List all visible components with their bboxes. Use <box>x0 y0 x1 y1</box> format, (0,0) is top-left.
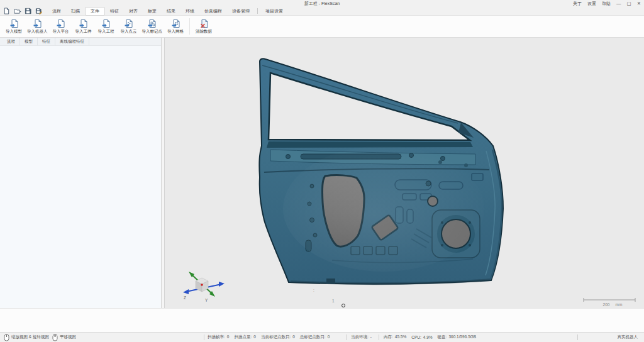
ribbon-button-label: 导入工程 <box>98 29 114 35</box>
scan-fps-value: 0 <box>227 334 230 340</box>
status-separator <box>204 334 204 340</box>
current-markers-value: 0 <box>292 334 295 340</box>
disk-label: 硬盘: <box>438 334 447 340</box>
window-title: 新工程 - FlexScan <box>0 0 644 7</box>
mouse-zoom-rotate-icon <box>4 334 9 341</box>
panel-tab-strip: 流程 模型 特征 离线编程特征 <box>0 38 161 46</box>
import-workpiece-icon <box>79 19 88 28</box>
minimize-button[interactable]: — <box>616 0 621 7</box>
project-tree-panel: 流程 模型 特征 离线编程特征 <box>0 38 162 308</box>
y-axis-label: Y <box>205 298 208 302</box>
hint-zoom-rotate: 缩放视图 & 旋转视图 <box>11 334 49 340</box>
import-project-button[interactable]: 导入工程 <box>95 18 118 35</box>
import-workpiece-button[interactable]: 导入工件 <box>72 18 95 35</box>
scan-points-value: 0 <box>253 334 256 340</box>
about-button[interactable]: 关于 <box>573 1 582 7</box>
status-separator <box>346 334 347 340</box>
ribbon-separator <box>189 18 190 35</box>
cpu-value: 4.9% <box>423 335 433 339</box>
status-separator <box>577 334 578 340</box>
viewport-3d[interactable]: Z Y : 1 200 mm <box>164 38 644 308</box>
menu-simulation-programming[interactable]: 仿真编程 <box>199 8 227 15</box>
scale-bar: 200 mm <box>582 298 636 308</box>
import-model-button[interactable]: 导入模型 <box>3 18 25 35</box>
menu-project-settings[interactable]: 项目设置 <box>260 8 288 15</box>
current-env-label: 当前环境: <box>351 334 369 340</box>
x-axis-dot <box>201 284 203 286</box>
import-project-icon <box>101 19 111 28</box>
import-model-icon <box>9 19 19 28</box>
import-robot-icon <box>33 19 42 28</box>
menu-result[interactable]: 结果 <box>162 8 180 15</box>
title-bar: 新工程 - FlexScan 关于 设置 帮助 — ▢ ✕ <box>0 0 644 7</box>
menu-separator <box>257 8 258 14</box>
status-bar: 缩放视图 & 旋转视图 平移视图 扫描帧率:0 扫描点量:0 当前标记点数目:0… <box>0 332 644 342</box>
menu-device-management[interactable]: 设备管理 <box>227 8 255 15</box>
close-button[interactable]: ✕ <box>637 0 641 7</box>
tab-offline-programming-feature[interactable]: 离线编程特征 <box>55 38 89 45</box>
scan-points-label: 扫描点量: <box>234 334 252 340</box>
save-as-icon[interactable] <box>35 8 43 15</box>
cpu-label: CPU: <box>411 335 421 339</box>
total-markers-value: 0 <box>328 334 330 340</box>
viewport-mark-one: 1 <box>332 299 335 303</box>
menu-align[interactable]: 对齐 <box>124 8 143 15</box>
ribbon-button-label: 导入点云 <box>121 29 137 35</box>
ribbon-button-label: 导入模型 <box>6 29 22 35</box>
maximize-button[interactable]: ▢ <box>627 0 631 7</box>
tab-process[interactable]: 流程 <box>3 38 20 45</box>
clear-data-button[interactable]: 清除数据 <box>192 18 215 35</box>
memory-label: 内存: <box>384 334 393 340</box>
robot-mode-selector[interactable]: 真实机器人 <box>618 334 638 340</box>
save-icon[interactable] <box>25 8 33 15</box>
quick-access-toolbar <box>0 8 47 15</box>
import-mesh-icon <box>171 19 180 28</box>
import-platform-button[interactable]: 导入平台 <box>50 18 72 35</box>
import-platform-icon <box>56 19 65 28</box>
import-robot-button[interactable]: 导入机器人 <box>25 18 50 35</box>
help-button[interactable]: 帮助 <box>602 1 611 7</box>
import-pointcloud-button[interactable]: 导入点云 <box>118 18 140 35</box>
viewport-mark-colon: : <box>313 288 314 292</box>
import-mesh-button[interactable]: 导入网格 <box>164 18 187 35</box>
status-separator <box>379 334 379 340</box>
axis-triad[interactable]: Z Y <box>182 269 226 304</box>
new-file-icon[interactable] <box>3 8 11 15</box>
open-file-icon[interactable] <box>14 8 22 15</box>
menu-process[interactable]: 流程 <box>47 8 66 15</box>
menu-scan[interactable]: 扫描 <box>66 8 85 15</box>
ribbon-button-label: 导入机器人 <box>27 29 48 35</box>
tab-feature[interactable]: 特征 <box>38 38 55 45</box>
car-door-model <box>252 52 516 297</box>
ribbon-toolbar: 导入模型 导入机器人 导入平台 导入工件 导入工程 导入点云 导入标记点 导入网… <box>0 16 644 38</box>
z-axis-label: Z <box>184 295 186 300</box>
import-markers-icon <box>147 19 157 28</box>
memory-value: 45.5% <box>395 334 406 340</box>
ribbon-button-label: 导入工件 <box>75 29 92 35</box>
menu-environment[interactable]: 环境 <box>180 8 199 15</box>
viewport-mark-circle <box>341 304 345 307</box>
ribbon-button-label: 导入标记点 <box>142 29 163 35</box>
clear-data-icon <box>199 19 209 28</box>
hint-pan: 平移视图 <box>60 334 76 340</box>
current-env-value: - <box>370 334 372 340</box>
current-markers-label: 当前标记点数目: <box>261 334 291 340</box>
ribbon-button-label: 导入平台 <box>53 29 69 35</box>
tab-model[interactable]: 模型 <box>20 38 38 45</box>
total-markers-label: 总标记点数目: <box>300 334 326 340</box>
settings-button[interactable]: 设置 <box>587 1 596 7</box>
menu-bar: 流程 扫描 文件 特征 对齐 标定 结果 环境 仿真编程 设备管理 项目设置 <box>0 7 644 16</box>
scale-bar-unit: mm <box>616 302 623 307</box>
disk-value: 360.1/596.5GB <box>448 334 476 340</box>
menu-calibration[interactable]: 标定 <box>143 8 162 15</box>
ribbon-button-label: 导入网格 <box>167 29 184 35</box>
bottom-dock-area <box>0 308 644 332</box>
scan-fps-label: 扫描帧率: <box>208 334 225 340</box>
mouse-pan-icon <box>52 334 58 341</box>
ribbon-button-label: 清除数据 <box>196 29 212 35</box>
import-markers-button[interactable]: 导入标记点 <box>140 18 165 35</box>
menu-file[interactable]: 文件 <box>85 7 105 16</box>
scale-bar-value: 200 <box>603 302 610 307</box>
import-pointcloud-icon <box>124 19 133 28</box>
menu-feature[interactable]: 特征 <box>105 8 124 15</box>
